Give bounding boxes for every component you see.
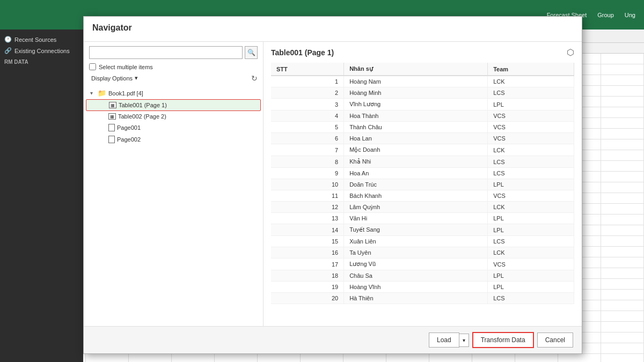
load-button[interactable]: Load	[429, 333, 459, 348]
cell-team: LPL	[488, 213, 574, 224]
cell-stt: 5	[271, 122, 344, 133]
dialog-body: 🔍 Select multiple items Display Options …	[84, 42, 582, 326]
table-row: 14Tuyết SangLPL	[271, 224, 574, 236]
cell-stt: 17	[271, 258, 344, 270]
cell-stt: 13	[271, 213, 344, 224]
display-options-label: Display Options	[91, 75, 133, 82]
left-sidebar: 🕐 Recent Sources 🔗 Existing Connections …	[0, 29, 83, 362]
cell-team: VCS	[488, 258, 574, 270]
cell-team: LPL	[488, 270, 574, 282]
page-icon-page002	[108, 136, 115, 143]
transform-data-button[interactable]: Transform Data	[472, 332, 534, 348]
table-icon-table001: ▦	[109, 102, 116, 108]
preview-header: Table001 (Page 1) ⬡	[271, 47, 574, 57]
cell-stt: 6	[271, 133, 344, 144]
cell-stt: 19	[271, 282, 344, 293]
table-row: 5Thành ChâuVCS	[271, 122, 574, 133]
table-row: 15Xuân LiênLCS	[271, 236, 574, 247]
group-btn[interactable]: Group	[594, 10, 617, 20]
tree-item-table001[interactable]: ▦ Table001 (Page 1)	[86, 99, 261, 111]
search-button[interactable]: 🔍	[245, 46, 258, 59]
table-row: 17Lương VũVCS	[271, 258, 574, 270]
table-icon-table002: ▦	[108, 113, 116, 120]
search-icon: 🔍	[247, 49, 255, 56]
chevron-down-icon: ▾	[135, 75, 138, 82]
cell-stt: 18	[271, 270, 344, 282]
load-dropdown-arrow[interactable]: ▾	[459, 334, 469, 347]
load-button-group: Load ▾	[429, 333, 469, 348]
display-options-row: Display Options ▾ ↻	[84, 73, 263, 87]
tree-item-page001-label: Page001	[117, 124, 141, 131]
connection-icon: 🔗	[4, 47, 12, 54]
cell-stt: 2	[271, 87, 344, 99]
cell-stt: 8	[271, 156, 344, 168]
cell-nhan-su: Hoàng Minh	[344, 87, 488, 99]
cell-nhan-su: Tuyết Sang	[344, 224, 488, 236]
tree-item-page002-label: Page002	[117, 136, 141, 143]
tree-root-label: Book1.pdf [4]	[108, 90, 143, 97]
cell-team: VCS	[488, 110, 574, 122]
tree-area: ▾ 📁 Book1.pdf [4] ▦ Table001 (Page 1) ▦ …	[84, 87, 263, 322]
cell-stt: 4	[271, 110, 344, 122]
table-row: 3Vĩnh LươngLPL	[271, 99, 574, 110]
table-row: 10Doãn TrúcLPL	[271, 179, 574, 190]
table-row: 12Lâm QuỳnhLCK	[271, 202, 574, 213]
cell-stt: 9	[271, 168, 344, 179]
cell-nhan-su: Lương Vũ	[344, 258, 488, 270]
navigator-dialog: Navigator 🔍 Select multiple items Di	[83, 16, 582, 354]
cell-nhan-su: Doãn Trúc	[344, 179, 488, 190]
table-row: 2Hoàng MinhLCS	[271, 87, 574, 99]
cell-stt: 20	[271, 293, 344, 304]
cell-stt: 7	[271, 144, 344, 156]
refresh-icon[interactable]: ↻	[251, 74, 258, 83]
cell-team: LCS	[488, 236, 574, 247]
table-row: 11Bách KhanhVCS	[271, 190, 574, 202]
cell-stt: 12	[271, 202, 344, 213]
table-row: 8Khả NhiLCS	[271, 156, 574, 168]
sidebar-item-connections[interactable]: 🔗 Existing Connections	[0, 45, 83, 56]
cell-team: LCS	[488, 87, 574, 99]
cell-team: LCK	[488, 144, 574, 156]
ung-btn[interactable]: Ung	[621, 10, 639, 20]
table-row: 4Hoa ThànhVCS	[271, 110, 574, 122]
table-row: 7Mộc DoanhLCK	[271, 144, 574, 156]
table-row: 19Hoàng VĩnhLPL	[271, 282, 574, 293]
sidebar-section: rm Data	[0, 56, 83, 68]
nav-right-panel: Table001 (Page 1) ⬡ STT Nhân sự Team 1Ho…	[264, 42, 582, 326]
table-row: 6Hoa LanVCS	[271, 133, 574, 144]
cell-team: LPL	[488, 282, 574, 293]
cell-team: LCS	[488, 293, 574, 304]
col-header-stt: STT	[271, 63, 344, 76]
tree-item-page001[interactable]: Page001	[86, 122, 261, 134]
table-row: 20Hà ThiênLCS	[271, 293, 574, 304]
cell-stt: 3	[271, 99, 344, 110]
cell-stt: 10	[271, 179, 344, 190]
select-multiple-checkbox[interactable]	[89, 63, 96, 70]
cell-stt: 15	[271, 236, 344, 247]
display-options-button[interactable]: Display Options ▾	[89, 73, 140, 83]
cell-team: LPL	[488, 99, 574, 110]
table-row: 18Châu SaLPL	[271, 270, 574, 282]
cell-team: LCS	[488, 168, 574, 179]
expand-preview-icon[interactable]: ⬡	[567, 47, 574, 57]
tree-item-table002[interactable]: ▦ Table002 (Page 2)	[86, 111, 261, 122]
table-scroll-area[interactable]: STT Nhân sự Team 1Hoàng NamLCK2Hoàng Min…	[271, 63, 574, 321]
cell-team: VCS	[488, 122, 574, 133]
cell-team: LPL	[488, 179, 574, 190]
cell-nhan-su: Ta Uyên	[344, 247, 488, 258]
cancel-button[interactable]: Cancel	[537, 333, 573, 348]
cell-nhan-su: Lâm Quỳnh	[344, 202, 488, 213]
preview-table: STT Nhân sự Team 1Hoàng NamLCK2Hoàng Min…	[271, 63, 574, 304]
cell-team: LPL	[488, 224, 574, 236]
page-icon-page001	[108, 124, 115, 131]
cell-nhan-su: Thành Châu	[344, 122, 488, 133]
select-multiple-row: Select multiple items	[84, 63, 263, 73]
cell-nhan-su: Vĩnh Lương	[344, 99, 488, 110]
sidebar-item-recent[interactable]: 🕐 Recent Sources	[0, 34, 83, 45]
tree-item-page002[interactable]: Page002	[86, 134, 261, 145]
tree-root-item[interactable]: ▾ 📁 Book1.pdf [4]	[86, 87, 261, 99]
cell-team: LCK	[488, 76, 574, 87]
search-input[interactable]	[89, 46, 243, 59]
cell-nhan-su: Hoàng Nam	[344, 76, 488, 87]
cell-nhan-su: Bách Khanh	[344, 190, 488, 202]
